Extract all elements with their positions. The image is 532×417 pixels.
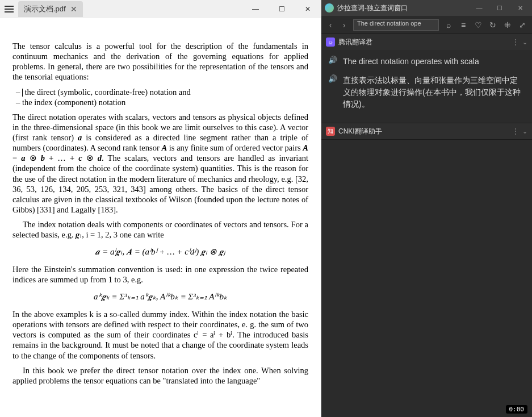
- grid-icon[interactable]: ⁜: [502, 20, 513, 30]
- translation-source: The direct notation operates with scala: [343, 56, 479, 68]
- paragraph: The direct notation operates with scalar…: [12, 112, 308, 215]
- pin-icon[interactable]: ⤢: [517, 20, 527, 30]
- provider-icon: ☺: [326, 37, 335, 47]
- provider-header[interactable]: 知 CNKI翻译助手 ⋮ ⌄: [321, 123, 532, 139]
- chevron-down-icon[interactable]: ⌄: [522, 128, 527, 135]
- close-button[interactable]: ✕: [512, 0, 529, 16]
- speaker-icon[interactable]: 🔊: [328, 56, 337, 68]
- text-cursor: [22, 89, 23, 97]
- provider-icon: 知: [326, 127, 335, 136]
- app-icon: [325, 3, 334, 12]
- paragraph: The tensor calculus is a powerful tool f…: [12, 41, 308, 82]
- chevron-down-icon[interactable]: ⌄: [522, 39, 527, 46]
- close-button[interactable]: ✕: [295, 0, 321, 18]
- provider-name: CNKI翻译助手: [338, 127, 509, 136]
- heart-icon[interactable]: ♡: [473, 20, 483, 30]
- more-icon[interactable]: ⋮: [512, 127, 519, 135]
- minimize-button[interactable]: ―: [242, 0, 269, 18]
- provider-header[interactable]: ☺ 腾讯翻译君 ⋮ ⌄: [321, 34, 532, 50]
- translation-section-cnki: 知 CNKI翻译助手 ⋮ ⌄: [321, 123, 532, 140]
- paragraph: Here the Einstein's summation convention…: [12, 264, 308, 285]
- speaker-icon[interactable]: 🔊: [328, 74, 337, 110]
- more-icon[interactable]: ⋮: [512, 38, 519, 46]
- equation: 𝒂 = aⁱ𝒈ᵢ, 𝑨 = (aⁱbʲ + … + cⁱdʲ) 𝒈ᵢ ⊗ 𝒈ⱼ: [12, 247, 308, 257]
- window-title: 沙拉查词-独立查词窗口: [337, 3, 467, 13]
- translation-result: 直接表示法以标量、向量和张量作为三维空间中定义的物理对象进行操作(在本书中，我们…: [343, 74, 525, 110]
- provider-name: 腾讯翻译君: [338, 37, 509, 47]
- pdf-viewer-panel: 演示文档.pdf ✕ ― ☐ ✕ The tensor calculus is …: [0, 0, 321, 417]
- pdf-content[interactable]: The tensor calculus is a powerful tool f…: [0, 18, 321, 417]
- back-button[interactable]: ‹: [326, 20, 335, 30]
- refresh-icon[interactable]: ↻: [488, 20, 498, 30]
- document-tab[interactable]: 演示文档.pdf ✕: [18, 1, 83, 17]
- dict-toolbar: ‹ › The direct notation ope ⌕ ≡ ♡ ↻ ⁜ ⤢: [321, 16, 532, 34]
- paragraph: In this book we prefer the direct tensor…: [12, 365, 308, 386]
- tab-title: 演示文档.pdf: [24, 4, 66, 14]
- close-icon[interactable]: ✕: [70, 5, 77, 14]
- timer-badge: 0:00: [506, 405, 528, 414]
- menu-lines-icon[interactable]: ≡: [458, 20, 468, 30]
- dict-titlebar: 沙拉查词-独立查词窗口 ― ☐ ✕: [321, 0, 532, 16]
- dictionary-panel: 沙拉查词-独立查词窗口 ― ☐ ✕ ‹ › The direct notatio…: [321, 0, 532, 417]
- list-item: the direct (symbolic, coordinate-free) n…: [16, 87, 308, 97]
- paragraph: The index notation deals with components…: [12, 219, 308, 240]
- forward-button[interactable]: ›: [340, 20, 349, 30]
- maximize-button[interactable]: ☐: [491, 0, 508, 16]
- search-input[interactable]: The direct notation ope: [353, 19, 439, 31]
- maximize-button[interactable]: ☐: [269, 0, 295, 18]
- list-item: the index (component) notation: [16, 97, 308, 107]
- translation-body: 🔊 The direct notation operates with scal…: [321, 50, 532, 123]
- minimize-button[interactable]: ―: [471, 0, 488, 16]
- equation: aᵏ𝒈ₖ ≡ Σ³ₖ₌₁ aᵏ𝒈ₖ, Aⁱᵏbₖ ≡ Σ³ₖ₌₁ Aⁱᵏbₖ: [12, 291, 308, 302]
- pdf-titlebar: 演示文档.pdf ✕ ― ☐ ✕: [0, 0, 321, 18]
- menu-icon[interactable]: [2, 2, 16, 16]
- translation-section-tencent: ☺ 腾讯翻译君 ⋮ ⌄ 🔊 The direct notation operat…: [321, 34, 532, 123]
- paragraph: In the above examples k is a so-called d…: [12, 309, 308, 361]
- search-icon[interactable]: ⌕: [443, 20, 454, 30]
